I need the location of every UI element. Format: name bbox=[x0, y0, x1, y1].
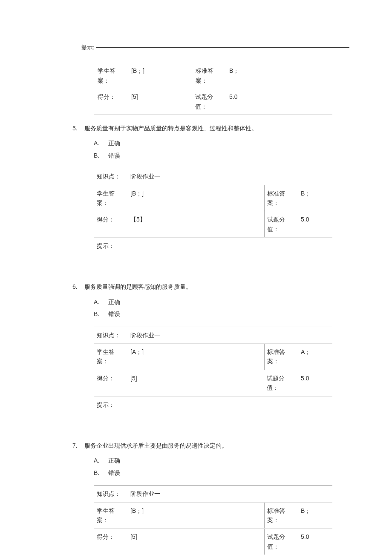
options-q7: A. 正确 B. 错误 bbox=[94, 454, 375, 479]
score-label: 得分： bbox=[94, 90, 128, 113]
option-text: 正确 bbox=[108, 457, 120, 464]
hint-label: 提示: bbox=[81, 44, 96, 51]
score-label: 得分： bbox=[94, 211, 128, 237]
correct-answer-label: 标准答案： bbox=[192, 64, 226, 87]
correct-answer-label: 标准答案： bbox=[264, 344, 298, 370]
kp-value: 阶段作业一 bbox=[128, 168, 332, 184]
option-letter: B. bbox=[94, 309, 107, 319]
question-5: 5. 服务质量有别于实物产品质量的特点是客观性、过程性和整体性。 bbox=[72, 124, 375, 133]
option-text: 正确 bbox=[108, 140, 120, 147]
student-answer-label: 学生答案： bbox=[94, 503, 128, 529]
option-letter: A. bbox=[94, 456, 107, 465]
score-value: [5] bbox=[128, 370, 264, 396]
question-6: 6. 服务质量强调的是顾客感知的服务质量。 bbox=[72, 282, 375, 291]
option-a: A. 正确 bbox=[94, 454, 375, 466]
options-q6: A. 正确 B. 错误 bbox=[94, 296, 375, 320]
question-text: 服务企业出现供求矛盾主要是由服务的易逝性决定的。 bbox=[84, 442, 228, 449]
student-answer-label: 学生答案： bbox=[94, 185, 128, 211]
student-answer-value: [A；] bbox=[128, 344, 264, 370]
hint-label: 提示： bbox=[94, 397, 128, 413]
option-text: 错误 bbox=[108, 152, 120, 159]
student-answer-label: 学生答案： bbox=[94, 344, 128, 370]
score-value: 【5】 bbox=[128, 211, 264, 237]
correct-answer-value: B； bbox=[298, 185, 332, 211]
option-text: 错误 bbox=[108, 469, 120, 476]
value-value: 5.0 bbox=[298, 529, 332, 555]
score-value: [5] bbox=[128, 90, 192, 113]
score-label: 得分： bbox=[94, 370, 128, 396]
question-text: 服务质量强调的是顾客感知的服务质量。 bbox=[84, 283, 192, 290]
value-label: 试题分值： bbox=[192, 90, 226, 113]
value-value: 5.0 bbox=[298, 370, 332, 396]
option-b: B. 错误 bbox=[94, 467, 375, 479]
hint-strike-line: 提示: bbox=[81, 43, 375, 52]
options-q5: A. 正确 B. 错误 bbox=[94, 137, 375, 161]
score-value: [5] bbox=[128, 529, 264, 555]
question-number: 6. bbox=[72, 282, 83, 291]
option-letter: A. bbox=[94, 297, 107, 307]
option-a: A. 正确 bbox=[94, 137, 375, 149]
question-number: 5. bbox=[72, 124, 83, 133]
correct-answer-value: B； bbox=[226, 64, 332, 87]
option-text: 正确 bbox=[108, 299, 120, 305]
question-7: 7. 服务企业出现供求矛盾主要是由服务的易逝性决定的。 bbox=[72, 441, 375, 450]
student-answer-value: [B；] bbox=[128, 185, 264, 211]
correct-answer-label: 标准答案： bbox=[264, 185, 298, 211]
option-letter: B. bbox=[94, 468, 107, 477]
kp-label: 知识点： bbox=[94, 486, 128, 502]
value-label: 试题分值： bbox=[264, 529, 298, 555]
option-letter: B. bbox=[94, 151, 107, 160]
kp-label: 知识点： bbox=[94, 168, 128, 184]
correct-answer-value: A； bbox=[298, 344, 332, 370]
score-label: 得分： bbox=[94, 529, 128, 555]
value-value: 5.0 bbox=[226, 90, 332, 113]
value-value: 5.0 bbox=[298, 211, 332, 237]
option-text: 错误 bbox=[108, 311, 120, 317]
kp-value: 阶段作业一 bbox=[128, 327, 332, 343]
question-text: 服务质量有别于实物产品质量的特点是客观性、过程性和整体性。 bbox=[84, 125, 257, 132]
kp-label: 知识点： bbox=[94, 327, 128, 343]
hint-value bbox=[128, 238, 332, 254]
student-answer-label: 学生答案： bbox=[94, 64, 128, 87]
student-answer-value: [B；] bbox=[128, 503, 264, 529]
hint-value bbox=[128, 397, 332, 413]
answer-table-q4: 学生答案： [B；] 标准答案： B； 得分： [5] 试题分值： 5.0 bbox=[94, 63, 332, 115]
option-b: B. 错误 bbox=[94, 308, 375, 320]
answer-table-q6: 知识点： 阶段作业一 学生答案： [A；] 标准答案： A； 得分： [5] 试… bbox=[94, 327, 332, 413]
value-label: 试题分值： bbox=[264, 211, 298, 237]
correct-answer-label: 标准答案： bbox=[264, 503, 298, 529]
option-a: A. 正确 bbox=[94, 296, 375, 308]
student-answer-value: [B；] bbox=[128, 64, 192, 87]
correct-answer-value: B； bbox=[298, 503, 332, 529]
answer-table-q7: 知识点： 阶段作业一 学生答案： [B；] 标准答案： B； 得分： [5] 试… bbox=[94, 485, 332, 555]
kp-value: 阶段作业一 bbox=[128, 486, 332, 502]
answer-table-q5: 知识点： 阶段作业一 学生答案： [B；] 标准答案： B； 得分： 【5】 试… bbox=[94, 168, 332, 254]
question-number: 7. bbox=[72, 441, 83, 450]
value-label: 试题分值： bbox=[264, 370, 298, 396]
hint-label: 提示： bbox=[94, 238, 128, 254]
option-b: B. 错误 bbox=[94, 150, 375, 161]
option-letter: A. bbox=[94, 138, 107, 148]
